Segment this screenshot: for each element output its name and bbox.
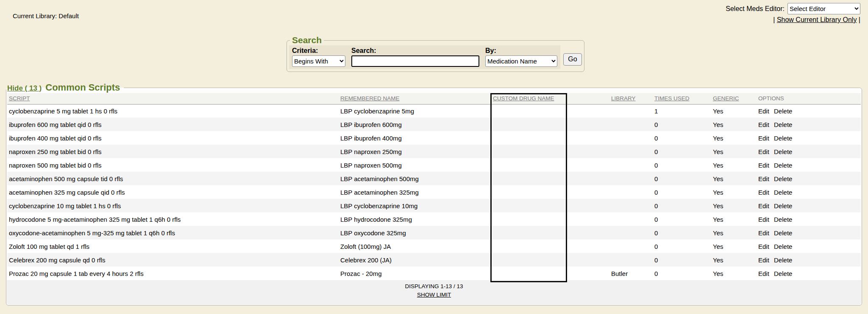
table-row: hydrocodone 5 mg-acetaminophen 325 mg ta… — [7, 212, 861, 226]
search-grid: Criteria: Begins With Search: By: Medica… — [289, 45, 560, 69]
delete-link[interactable]: Delete — [774, 162, 792, 169]
table-row: cyclobenzaprine 10 mg tablet 1 hs 0 rfls… — [7, 199, 861, 212]
column-header-remembered-name: REMEMBERED NAME — [339, 93, 491, 104]
hide-link[interactable]: Hide ( 13 ) — [7, 84, 42, 93]
library-sort-link[interactable]: LIBRARY — [611, 95, 636, 102]
times-used-cell: 0 — [653, 158, 711, 172]
criteria-label: Criteria: — [292, 46, 345, 55]
remembered-name-cell: LBP naproxen 500mg — [339, 158, 491, 172]
common-scripts-legend: Hide ( 13 ) Common Scripts — [6, 82, 124, 93]
common-scripts-title: Common Scripts — [45, 82, 120, 93]
delete-link[interactable]: Delete — [774, 229, 792, 237]
generic-cell: Yes — [711, 226, 757, 240]
remembered-name-cell: LBP acetaminophen 500mg — [339, 172, 491, 185]
library-cell — [609, 253, 653, 267]
options-cell: Edit Delete — [757, 267, 861, 280]
script-cell: naproxen 250 mg tablet bid 0 rfls — [7, 145, 339, 158]
table-row: ibuprofen 400 mg tablet qid 0 rfls LBP i… — [7, 131, 861, 145]
generic-cell: Yes — [711, 240, 757, 253]
library-cell — [609, 185, 653, 199]
search-fieldset: Search Criteria: Begins With Search: By:… — [287, 36, 584, 72]
pipe-right: | — [859, 16, 860, 23]
meds-editor-select[interactable]: Select Editor — [787, 3, 860, 14]
generic-cell: Yes — [711, 199, 757, 212]
remembered-name-cell: LBP cyclobenzaprine 10mg — [339, 199, 491, 212]
custom-drug-name-cell — [491, 226, 609, 240]
generic-cell: Yes — [711, 185, 757, 199]
library-cell — [609, 172, 653, 185]
generic-cell: Yes — [711, 212, 757, 226]
edit-link[interactable]: Edit — [758, 243, 769, 250]
custom-drug-name-cell — [491, 104, 609, 118]
criteria-select[interactable]: Begins With — [292, 55, 345, 67]
go-button[interactable]: Go — [563, 53, 582, 66]
edit-link[interactable]: Edit — [758, 216, 769, 223]
delete-link[interactable]: Delete — [774, 107, 792, 115]
generic-cell: Yes — [711, 131, 757, 145]
remembered-name-cell: Celebrex 200 (JA) — [339, 253, 491, 267]
delete-link[interactable]: Delete — [774, 175, 792, 182]
options-cell: Edit Delete — [757, 118, 861, 131]
times-used-sort-link[interactable]: TIMES USED — [654, 95, 690, 102]
common-scripts-fieldset: Hide ( 13 ) Common Scripts SCRIPT REMEMB… — [6, 82, 862, 306]
column-header-generic: GENERIC — [711, 93, 757, 104]
edit-link[interactable]: Edit — [758, 270, 769, 277]
custom-drug-name-cell — [491, 253, 609, 267]
generic-sort-link[interactable]: GENERIC — [713, 95, 739, 102]
library-cell — [609, 199, 653, 212]
script-cell: naproxen 500 mg tablet bid 0 rfls — [7, 158, 339, 172]
times-used-cell: 0 — [653, 240, 711, 253]
generic-cell: Yes — [711, 104, 757, 118]
delete-link[interactable]: Delete — [774, 135, 792, 142]
library-cell — [609, 104, 653, 118]
table-row: naproxen 250 mg tablet bid 0 rfls LBP na… — [7, 145, 861, 158]
library-cell: Butler — [609, 267, 653, 280]
delete-link[interactable]: Delete — [774, 148, 792, 155]
script-cell: Prozac 20 mg capsule 1 tab every 4 hours… — [7, 267, 339, 280]
edit-link[interactable]: Edit — [758, 107, 769, 115]
times-used-cell: 0 — [653, 226, 711, 240]
edit-link[interactable]: Edit — [758, 121, 769, 128]
search-input[interactable] — [351, 55, 479, 67]
table-row: naproxen 500 mg tablet bid 0 rfls LBP na… — [7, 158, 861, 172]
delete-link[interactable]: Delete — [774, 256, 792, 264]
delete-link[interactable]: Delete — [774, 216, 792, 223]
table-row: oxycodone-acetaminophen 5 mg-325 mg tabl… — [7, 226, 861, 240]
edit-link[interactable]: Edit — [758, 135, 769, 142]
remembered-name-cell: Prozac - 20mg — [339, 267, 491, 280]
by-select[interactable]: Medication Name — [485, 55, 557, 67]
edit-link[interactable]: Edit — [758, 256, 769, 264]
edit-link[interactable]: Edit — [758, 202, 769, 209]
remembered-name-sort-link[interactable]: REMEMBERED NAME — [340, 95, 400, 102]
script-cell: Zoloft 100 mg tablet qd 1 rfls — [7, 240, 339, 253]
options-cell: Edit Delete — [757, 104, 861, 118]
remembered-name-cell: Zoloft (100mg) JA — [339, 240, 491, 253]
delete-link[interactable]: Delete — [774, 189, 792, 196]
custom-drug-name-cell — [491, 185, 609, 199]
custom-drug-name-cell — [491, 212, 609, 226]
remembered-name-cell: LBP acetaminophen 325mg — [339, 185, 491, 199]
edit-link[interactable]: Edit — [758, 189, 769, 196]
show-current-library-link[interactable]: Show Current Library Only — [777, 16, 857, 23]
library-cell — [609, 131, 653, 145]
script-sort-link[interactable]: SCRIPT — [9, 95, 30, 102]
delete-link[interactable]: Delete — [774, 270, 792, 277]
options-cell: Edit Delete — [757, 199, 861, 212]
delete-link[interactable]: Delete — [774, 202, 792, 209]
remembered-name-cell: LBP ibuprofen 600mg — [339, 118, 491, 131]
show-limit-link[interactable]: SHOW LIMIT — [417, 292, 451, 298]
remembered-name-cell: LBP cyclobenzaprine 5mg — [339, 104, 491, 118]
custom-drug-name-cell — [491, 118, 609, 131]
library-cell — [609, 118, 653, 131]
edit-link[interactable]: Edit — [758, 175, 769, 182]
meds-editor-label: Select Meds Editor: — [726, 5, 785, 13]
custom-drug-name-cell — [491, 267, 609, 280]
edit-link[interactable]: Edit — [758, 162, 769, 169]
table-header-row: SCRIPT REMEMBERED NAME CUSTOM DRUG NAME … — [7, 93, 861, 104]
edit-link[interactable]: Edit — [758, 148, 769, 155]
custom-drug-name-sort-link[interactable]: CUSTOM DRUG NAME — [493, 95, 554, 102]
edit-link[interactable]: Edit — [758, 229, 769, 237]
library-cell — [609, 212, 653, 226]
delete-link[interactable]: Delete — [774, 243, 792, 250]
delete-link[interactable]: Delete — [774, 121, 792, 128]
